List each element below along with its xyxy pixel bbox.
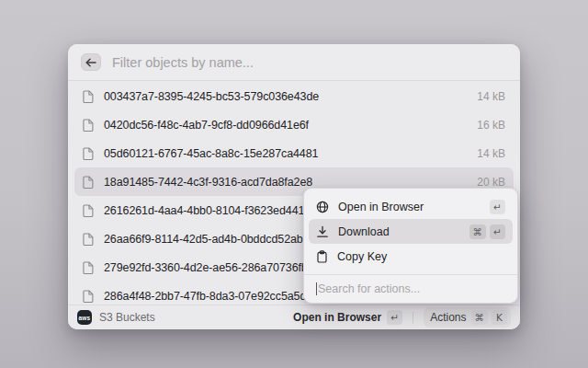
action-menu-items: Open in Browser ↵ Download ⌘↵ Copy Key [304,194,517,269]
file-size: 14 kB [477,90,505,103]
menu-item-shortcut: ↵ [490,200,505,214]
file-icon [83,119,94,132]
globe-icon [316,201,329,213]
menu-item-shortcut: ⌘↵ [469,224,506,239]
file-name: 18a91485-7442-4c3f-9316-acd7da8fa2e8 [104,176,467,189]
file-name: 0420dc56-f48c-4ab7-9cf8-dd0966d41e6f [104,119,467,132]
file-row[interactable]: 05d60121-6767-45ac-8a8c-15e287ca4481 14 … [74,139,514,167]
menu-item-label: Copy Key [337,250,496,263]
app-name: S3 Buckets [99,311,155,324]
filter-objects-input[interactable] [112,55,507,70]
return-key-icon: ↵ [490,224,505,239]
action-menu: Open in Browser ↵ Download ⌘↵ Copy Key S… [303,188,518,304]
aws-logo-icon: aws [77,310,92,325]
file-size: 14 kB [477,147,505,160]
clipboard-icon [316,250,328,263]
file-size: 16 kB [477,119,505,132]
key-badge: K [492,310,507,325]
menu-item[interactable]: Copy Key [309,244,513,269]
actions-label: Actions [430,311,466,324]
action-search[interactable]: Search for actions... [304,275,517,303]
primary-action-button[interactable]: Open in Browser ↵ [293,310,402,325]
file-icon [83,147,94,160]
file-name: 05d60121-6767-45ac-8a8c-15e287ca4481 [104,147,467,160]
return-key-icon: ↵ [490,200,505,214]
command-key-icon: ⌘ [469,224,487,239]
launcher-window: 003437a7-8395-4245-bc53-579c036e43de 14 … [68,44,520,329]
arrow-left-icon [85,58,96,67]
actions-shortcut: ⌘K [471,310,508,325]
file-icon [83,233,94,246]
file-row[interactable]: 0420dc56-f48c-4ab7-9cf8-dd0966d41e6f 16 … [74,110,514,139]
status-bar-divider [413,312,413,324]
file-size: 20 kB [477,176,505,189]
status-bar: aws S3 Buckets Open in Browser ↵ Actions… [68,305,520,329]
actions-button[interactable]: Actions ⌘K [424,307,511,328]
menu-item-label: Download [338,225,460,238]
menu-item[interactable]: Download ⌘↵ [309,219,513,244]
primary-action-label: Open in Browser [293,311,381,324]
file-icon [83,204,94,217]
menu-item[interactable]: Open in Browser ↵ [309,194,513,219]
file-icon [83,90,94,103]
return-key-icon: ↵ [387,310,402,325]
back-button[interactable] [81,53,101,71]
file-icon [83,176,94,189]
file-name: 003437a7-8395-4245-bc53-579c036e43de [104,90,467,103]
file-icon [83,290,94,303]
search-bar [68,44,520,81]
menu-item-label: Open in Browser [338,201,481,213]
file-row[interactable]: 003437a7-8395-4245-bc53-579c036e43de 14 … [74,82,514,110]
file-icon [83,261,94,274]
download-icon [316,225,329,238]
text-caret [316,282,317,295]
command-key-icon: ⌘ [471,310,489,325]
action-search-placeholder: Search for actions... [318,282,420,295]
